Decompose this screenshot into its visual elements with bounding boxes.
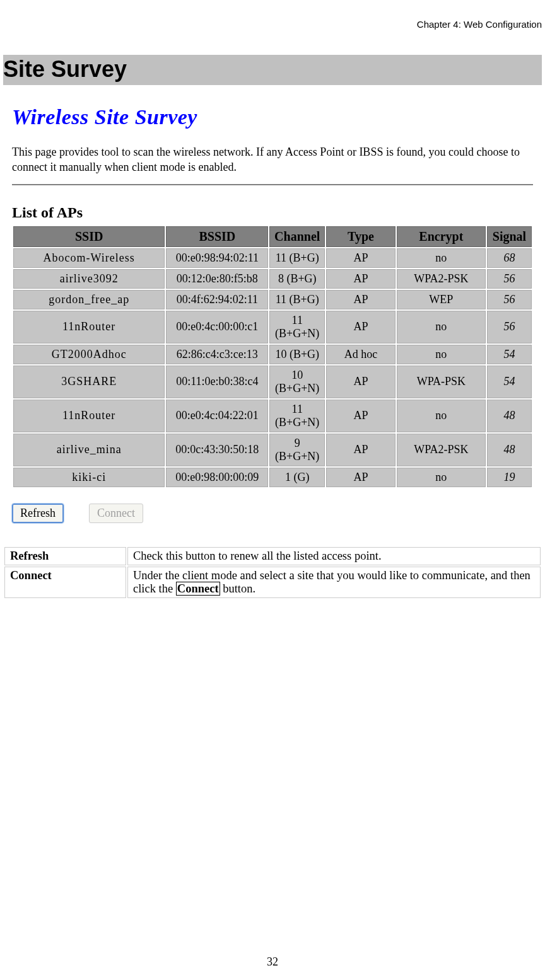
col-type: Type	[326, 226, 396, 247]
cell-channel: 10 (B+G)	[269, 345, 325, 364]
col-bssid: BSSID	[166, 226, 268, 247]
table-row[interactable]: gordon_free_ap00:4f:62:94:02:1111 (B+G)A…	[13, 290, 532, 309]
table-row[interactable]: 11nRouter00:e0:4c:00:00:c111 (B+G+N)APno…	[13, 311, 532, 343]
cell-bssid: 00:e0:4c:04:22:01	[166, 400, 268, 432]
ap-table: SSID BSSID Channel Type Encrypt Signal A…	[12, 225, 533, 488]
cell-bssid: 00:e0:98:00:00:09	[166, 468, 268, 487]
page-number: 32	[0, 955, 545, 969]
cell-type: AP	[326, 434, 396, 466]
cell-bssid: 00:12:0e:80:f5:b8	[166, 269, 268, 289]
cell-type: AP	[326, 400, 396, 432]
cell-channel: 11 (B+G)	[269, 290, 325, 309]
cell-ssid: 11nRouter	[13, 400, 165, 432]
cell-bssid: 00:e0:4c:00:00:c1	[166, 311, 268, 343]
cell-signal: 56	[487, 311, 532, 343]
wireless-site-survey-title: Wireless Site Survey	[12, 105, 533, 129]
refresh-button[interactable]: Refresh	[12, 504, 64, 523]
cell-signal: 48	[487, 434, 532, 466]
cell-encrypt: no	[397, 468, 486, 487]
cell-encrypt: no	[397, 345, 486, 364]
divider-line	[12, 184, 533, 185]
cell-ssid: airlive3092	[13, 269, 165, 289]
desc-term-refresh: Refresh	[4, 547, 126, 565]
desc-text-connect: Under the client mode and select a site …	[127, 567, 541, 598]
cell-signal: 54	[487, 366, 532, 398]
cell-signal: 54	[487, 345, 532, 364]
table-row[interactable]: 11nRouter00:e0:4c:04:22:0111 (B+G+N)APno…	[13, 400, 532, 432]
cell-signal: 68	[487, 248, 532, 268]
cell-channel: 11 (B+G)	[269, 248, 325, 268]
cell-encrypt: no	[397, 400, 486, 432]
cell-channel: 1 (G)	[269, 468, 325, 487]
desc-row-connect: Connect Under the client mode and select…	[4, 567, 541, 598]
cell-encrypt: WPA2-PSK	[397, 434, 486, 466]
cell-ssid: 3GSHARE	[13, 366, 165, 398]
cell-channel: 11 (B+G+N)	[269, 400, 325, 432]
cell-channel: 10 (B+G+N)	[269, 366, 325, 398]
cell-ssid: 11nRouter	[13, 311, 165, 343]
cell-encrypt: no	[397, 311, 486, 343]
cell-encrypt: WPA2-PSK	[397, 269, 486, 289]
connect-button[interactable]: Connect	[89, 504, 143, 523]
desc-row-refresh: Refresh Check this button to renew all t…	[4, 547, 541, 565]
list-of-aps-heading: List of APs	[12, 204, 533, 221]
cell-type: AP	[326, 248, 396, 268]
cell-bssid: 62:86:c4:c3:ce:13	[166, 345, 268, 364]
cell-type: AP	[326, 311, 396, 343]
chapter-header: Chapter 4: Web Configuration	[3, 19, 542, 30]
cell-encrypt: WPA-PSK	[397, 366, 486, 398]
ap-table-header-row: SSID BSSID Channel Type Encrypt Signal	[13, 226, 532, 247]
table-row[interactable]: 3GSHARE00:11:0e:b0:38:c410 (B+G+N)APWPA-…	[13, 366, 532, 398]
cell-signal: 56	[487, 269, 532, 289]
cell-encrypt: no	[397, 248, 486, 268]
cell-bssid: 00:11:0e:b0:38:c4	[166, 366, 268, 398]
col-ssid: SSID	[13, 226, 165, 247]
cell-bssid: 00:e0:98:94:02:11	[166, 248, 268, 268]
cell-ssid: kiki-ci	[13, 468, 165, 487]
cell-channel: 8 (B+G)	[269, 269, 325, 289]
cell-bssid: 00:4f:62:94:02:11	[166, 290, 268, 309]
cell-type: AP	[326, 366, 396, 398]
col-signal: Signal	[487, 226, 532, 247]
cell-ssid: Abocom-Wireless	[13, 248, 165, 268]
desc-connect-boxed: Connect	[176, 582, 220, 596]
cell-signal: 48	[487, 400, 532, 432]
cell-ssid: GT2000Adhoc	[13, 345, 165, 364]
table-row[interactable]: airlive309200:12:0e:80:f5:b88 (B+G)APWPA…	[13, 269, 532, 289]
cell-type: AP	[326, 468, 396, 487]
cell-type: Ad hoc	[326, 345, 396, 364]
cell-channel: 11 (B+G+N)	[269, 311, 325, 343]
cell-ssid: gordon_free_ap	[13, 290, 165, 309]
table-row[interactable]: kiki-ci00:e0:98:00:00:091 (G)APno19	[13, 468, 532, 487]
intro-text: This page provides tool to scan the wire…	[12, 144, 533, 175]
cell-signal: 56	[487, 290, 532, 309]
table-row[interactable]: Abocom-Wireless00:e0:98:94:02:1111 (B+G)…	[13, 248, 532, 268]
cell-type: AP	[326, 290, 396, 309]
cell-channel: 9 (B+G+N)	[269, 434, 325, 466]
cell-bssid: 00:0c:43:30:50:18	[166, 434, 268, 466]
table-row[interactable]: GT2000Adhoc62:86:c4:c3:ce:1310 (B+G)Ad h…	[13, 345, 532, 364]
section-title-bar: Site Survey	[3, 55, 542, 85]
table-row[interactable]: airlive_mina00:0c:43:30:50:189 (B+G+N)AP…	[13, 434, 532, 466]
desc-term-connect: Connect	[4, 567, 126, 598]
desc-connect-post: button.	[220, 582, 256, 595]
col-channel: Channel	[269, 226, 325, 247]
cell-encrypt: WEP	[397, 290, 486, 309]
section-title: Site Survey	[3, 56, 127, 82]
col-encrypt: Encrypt	[397, 226, 486, 247]
cell-type: AP	[326, 269, 396, 289]
description-table: Refresh Check this button to renew all t…	[3, 546, 542, 599]
cell-signal: 19	[487, 468, 532, 487]
cell-ssid: airlive_mina	[13, 434, 165, 466]
desc-text-refresh: Check this button to renew all the liste…	[127, 547, 541, 565]
